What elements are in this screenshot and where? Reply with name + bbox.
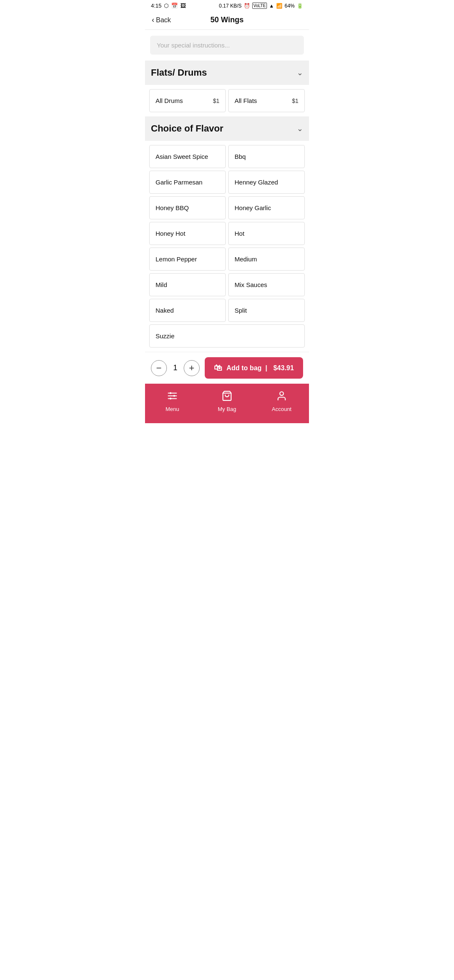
flavor-bbq[interactable]: Bbq	[228, 145, 305, 168]
all-drums-price: $1	[213, 97, 219, 104]
status-icon-atlas: ⬡	[164, 3, 169, 9]
flavor-options-grid: Asian Sweet Spice Bbq Garlic Parmesan He…	[145, 141, 309, 352]
all-flats-label: All Flats	[235, 97, 257, 104]
flats-drums-chevron-icon: ⌄	[297, 68, 303, 77]
menu-icon	[167, 390, 178, 404]
nav-menu[interactable]: Menu	[145, 388, 200, 415]
status-alarm-icon: ⏰	[244, 3, 250, 9]
my-bag-icon	[222, 390, 232, 404]
flavor-honey-bbq[interactable]: Honey BBQ	[149, 196, 226, 219]
status-battery-icon: 🔋	[297, 3, 303, 9]
bottom-action-bar: − 1 + 🛍 Add to bag | $43.91	[145, 352, 309, 384]
quantity-control: − 1 +	[151, 360, 200, 376]
svg-point-3	[170, 392, 172, 394]
flavor-chevron-icon: ⌄	[297, 124, 303, 133]
flats-drums-options: All Drums $1 All Flats $1	[145, 85, 309, 116]
flavor-hot[interactable]: Hot	[228, 222, 305, 245]
account-icon	[276, 390, 287, 404]
flavor-asian-sweet-spice[interactable]: Asian Sweet Spice	[149, 145, 226, 168]
status-right: 0.17 KB/S ⏰ VoLTE ▲ 📶 64% 🔋	[219, 3, 303, 9]
flavor-lemon-pepper[interactable]: Lemon Pepper	[149, 248, 226, 271]
status-speed: 0.17 KB/S	[219, 3, 242, 9]
nav-account-label: Account	[272, 406, 292, 412]
add-to-bag-price: $43.91	[273, 364, 294, 372]
flavor-split[interactable]: Split	[228, 299, 305, 322]
status-wifi-icon: ▲	[269, 3, 274, 9]
back-chevron-icon: ‹	[152, 16, 154, 24]
bag-icon: 🛍	[214, 363, 222, 373]
special-instructions-placeholder: Your special instructions...	[157, 42, 230, 49]
flats-drums-title: Flats/ Drums	[151, 67, 207, 78]
svg-point-4	[173, 395, 175, 397]
all-drums-option[interactable]: All Drums $1	[149, 89, 226, 112]
special-instructions-input[interactable]: Your special instructions...	[150, 36, 304, 55]
flavor-henney-glazed[interactable]: Henney Glazed	[228, 171, 305, 194]
flavor-suzzie[interactable]: Suzzie	[149, 324, 305, 348]
status-left: 4:15 ⬡ 📅 🖼	[151, 3, 186, 9]
flavor-honey-garlic[interactable]: Honey Garlic	[228, 196, 305, 219]
svg-point-7	[280, 392, 284, 395]
status-battery: 64%	[285, 3, 295, 9]
nav-my-bag[interactable]: My Bag	[200, 388, 254, 415]
flavor-honey-hot[interactable]: Honey Hot	[149, 222, 226, 245]
add-to-bag-button[interactable]: 🛍 Add to bag | $43.91	[205, 357, 303, 379]
all-drums-label: All Drums	[156, 97, 183, 104]
nav-my-bag-label: My Bag	[218, 406, 236, 412]
all-flats-price: $1	[292, 97, 298, 104]
status-icon-photo: 🖼	[180, 3, 186, 9]
decrease-quantity-button[interactable]: −	[151, 360, 167, 376]
status-icon-calendar: 📅	[171, 3, 178, 9]
quantity-value: 1	[171, 364, 179, 372]
svg-point-5	[170, 398, 172, 399]
flats-drums-section-header[interactable]: Flats/ Drums ⌄	[145, 61, 309, 85]
flavor-mild[interactable]: Mild	[149, 273, 226, 296]
bottom-nav: Menu My Bag Account	[145, 384, 309, 423]
flavor-mix-sauces[interactable]: Mix Sauces	[228, 273, 305, 296]
flavor-garlic-parmesan[interactable]: Garlic Parmesan	[149, 171, 226, 194]
header: ‹ Back 50 Wings	[145, 11, 309, 30]
back-button[interactable]: ‹ Back	[152, 16, 171, 24]
status-bar: 4:15 ⬡ 📅 🖼 0.17 KB/S ⏰ VoLTE ▲ 📶 64% 🔋	[145, 0, 309, 11]
increase-quantity-button[interactable]: +	[184, 360, 200, 376]
flavor-section-header[interactable]: Choice of Flavor ⌄	[145, 116, 309, 141]
status-time: 4:15	[151, 3, 161, 9]
all-flats-option[interactable]: All Flats $1	[228, 89, 305, 112]
status-volte-icon: VoLTE	[252, 3, 267, 9]
flavor-medium[interactable]: Medium	[228, 248, 305, 271]
page-title: 50 Wings	[211, 16, 244, 24]
back-label: Back	[156, 16, 171, 24]
flavor-title: Choice of Flavor	[151, 123, 223, 134]
add-to-bag-label: Add to bag |	[227, 364, 269, 372]
flavor-naked[interactable]: Naked	[149, 299, 226, 322]
status-signal-icon: 📶	[276, 3, 282, 9]
nav-account[interactable]: Account	[254, 388, 309, 415]
nav-menu-label: Menu	[166, 406, 179, 412]
